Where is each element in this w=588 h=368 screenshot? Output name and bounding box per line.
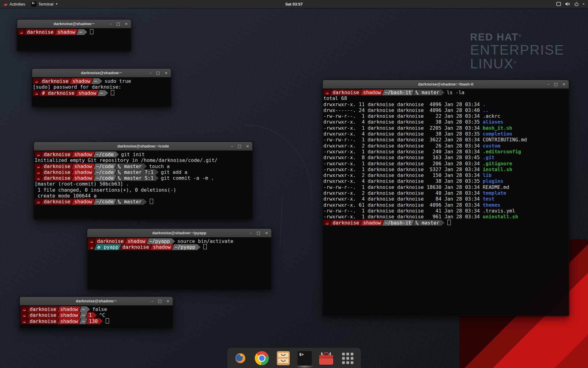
prompt-segment-host: shadow <box>360 90 384 95</box>
terminal-line: -rw-rw-r--. 1 darknoise darknoise 41 Jan… <box>323 208 568 214</box>
redhat-icon <box>22 308 26 312</box>
clock[interactable]: Sat 03:57 <box>285 0 303 8</box>
minimize-button[interactable]: – <box>250 229 252 237</box>
volume-icon[interactable] <box>565 2 570 6</box>
prompt-segment-dir: ~/code <box>93 169 117 175</box>
terminal-content[interactable]: darknoiseshadow~/codegit initInitialized… <box>34 151 252 206</box>
terminal-content[interactable]: darknoiseshadow~/pyappsource bin/activat… <box>87 237 271 251</box>
titlebar[interactable]: darknoise@shadow:~/code–□× <box>34 142 252 151</box>
redhat-icon <box>36 165 40 169</box>
output-text: aliases <box>483 119 503 125</box>
prompt-segment-dir: ~ <box>77 29 88 35</box>
power-icon[interactable] <box>574 2 579 6</box>
prompt-segment-user: darknoise <box>330 220 362 226</box>
terminal-mini-icon: $> <box>31 2 36 7</box>
prompt-segment-dir: ~ <box>92 78 103 84</box>
output-text: .gitignore <box>483 161 512 167</box>
dock-item-toolbox[interactable] <box>319 351 333 365</box>
titlebar[interactable]: darknoise@shadow:~–□× <box>17 20 131 28</box>
maximize-button[interactable]: □ <box>554 80 558 88</box>
maximize-button[interactable]: □ <box>158 297 162 305</box>
output-text: CONTRIBUTING.md <box>483 137 527 143</box>
terminal-line: darknoiseshadow~/bash-it master <box>323 220 568 226</box>
prompt-segment-host: shadow <box>72 175 95 181</box>
dock-item-files[interactable] <box>276 351 290 365</box>
prompt-segment-user: darknoise <box>41 163 73 169</box>
terminal-content[interactable]: darknoiseshadow~sudo true[sudo] password… <box>32 77 171 97</box>
toolbox-icon <box>319 352 333 365</box>
screen-icon[interactable] <box>556 2 561 6</box>
terminal-window-exitcodes[interactable]: darknoise@shadow:~–□×darknoiseshadow~fal… <box>20 297 173 328</box>
activities-button[interactable]: Activities <box>0 0 28 8</box>
terminal-content[interactable]: darknoiseshadow~falsedarknoiseshadow~1^C… <box>20 305 173 325</box>
terminal-cursor <box>106 318 109 324</box>
maximize-button[interactable]: □ <box>238 142 241 150</box>
files-icon <box>277 351 290 365</box>
close-button[interactable]: × <box>166 297 170 305</box>
minimize-button[interactable]: – <box>110 20 112 28</box>
dock-item-firefox[interactable] <box>233 351 247 365</box>
output-text: -rw-rw-r--. 1 darknoise darknoise 22 Jan… <box>323 113 483 119</box>
prompt-segment-git: master <box>413 220 444 226</box>
maximize-button[interactable]: □ <box>257 229 260 237</box>
minimize-button[interactable]: – <box>547 80 549 88</box>
chevron-down-icon: ▼ <box>55 2 58 6</box>
prompt-segment-user: darknoise <box>94 238 126 244</box>
close-button[interactable]: × <box>562 80 566 88</box>
output-text: Initialized empty Git repository in /hom… <box>35 157 217 163</box>
output-text: drwxrwxr-x. 2 darknoise darknoise 150 Ja… <box>323 172 483 178</box>
terminal-window-sudo[interactable]: darknoise@shadow:~–□×darknoiseshadow~sud… <box>32 68 171 107</box>
command-text: touch a <box>149 163 170 169</box>
dock-item-terminal[interactable]: $> <box>298 351 312 365</box>
output-text: -rw-rw-r--. 1 darknoise darknoise 41 Jan… <box>323 208 483 214</box>
chevron-down-icon[interactable]: ▾ <box>583 2 584 6</box>
prompt-segment-host: shadow <box>150 244 174 250</box>
command-text: ls -la <box>447 90 465 95</box>
terminal-window-code[interactable]: darknoise@shadow:~/code–□×darknoiseshado… <box>34 142 253 220</box>
prompt-segment-dir: ~ <box>79 312 88 318</box>
wallpaper-arc <box>278 196 283 248</box>
terminal-content[interactable]: darknoiseshadow~/bash-it masterls -latot… <box>323 89 569 227</box>
close-button[interactable]: × <box>125 20 128 28</box>
titlebar[interactable]: darknoise@shadow:~/pyapp–□× <box>87 229 271 237</box>
output-text: -rw-rw-r--. 1 darknoise darknoise 18630 … <box>323 184 483 190</box>
titlebar[interactable]: darknoise@shadow:~/bash-it–□× <box>323 80 569 89</box>
output-text: . <box>483 102 486 107</box>
close-button[interactable]: × <box>246 142 249 150</box>
prompt-segment-host: shadow <box>125 238 148 244</box>
terminal-line: # darknoiseshadow~ <box>33 90 170 96</box>
close-button[interactable]: × <box>265 229 268 237</box>
app-menu-terminal[interactable]: $> Terminal ▼ <box>28 0 61 8</box>
window-title: darknoise@shadow:~/code <box>117 144 169 148</box>
terminal-line: darknoiseshadow~/codegit init <box>35 151 252 157</box>
terminal-line: -rwxrwxr-x. 1 darknoise darknoise 206 Ja… <box>323 161 568 167</box>
terminal-line: drwxrwxr-x. 4 darknoise darknoise 38 Jan… <box>323 119 568 125</box>
window-title: darknoise@shadow:~ <box>81 71 122 75</box>
close-button[interactable]: × <box>164 69 168 77</box>
prompt-segment-git: master ?:1 <box>115 169 159 175</box>
minimize-button[interactable]: – <box>231 142 233 150</box>
command-text: git commit -a -m . <box>161 175 214 181</box>
terminal-content[interactable]: darknoiseshadow~ <box>17 28 131 36</box>
maximize-button[interactable]: □ <box>116 20 120 28</box>
prompt-segment-dir: ~/bash-it <box>382 220 414 226</box>
output-text: plugins <box>483 178 503 184</box>
titlebar[interactable]: darknoise@shadow:~–□× <box>32 69 171 77</box>
maximize-button[interactable]: □ <box>156 69 160 77</box>
terminal-window-home-small[interactable]: darknoise@shadow:~–□×darknoiseshadow~ <box>17 19 131 51</box>
minimize-button[interactable]: – <box>151 297 153 305</box>
wallpaper-arc <box>245 125 312 202</box>
minimize-button[interactable]: – <box>149 69 152 77</box>
terminal-cursor <box>203 244 207 249</box>
dock-item-app-grid[interactable] <box>341 351 355 365</box>
prompt-segment-dir: ~/code <box>93 199 117 205</box>
titlebar[interactable]: darknoise@shadow:~–□× <box>20 297 173 305</box>
prompt-segment-exit: 130 <box>86 318 103 324</box>
terminal-window-bash-it[interactable]: darknoise@shadow:~/bash-it–□×darknoisesh… <box>322 80 569 316</box>
prompt-segment-dir: ~/code <box>93 163 117 169</box>
dock-item-chrome[interactable] <box>255 351 269 365</box>
terminal-line: -rwxrwxr-x. 1 darknoise darknoise 2205 J… <box>323 125 568 131</box>
output-text: -rwxrwxr-x. 1 darknoise darknoise 206 Ja… <box>323 161 483 167</box>
terminal-window-pyapp[interactable]: darknoise@shadow:~/pyapp–□×darknoiseshad… <box>87 228 272 289</box>
brand-line-1: RED HAT® <box>470 31 564 43</box>
